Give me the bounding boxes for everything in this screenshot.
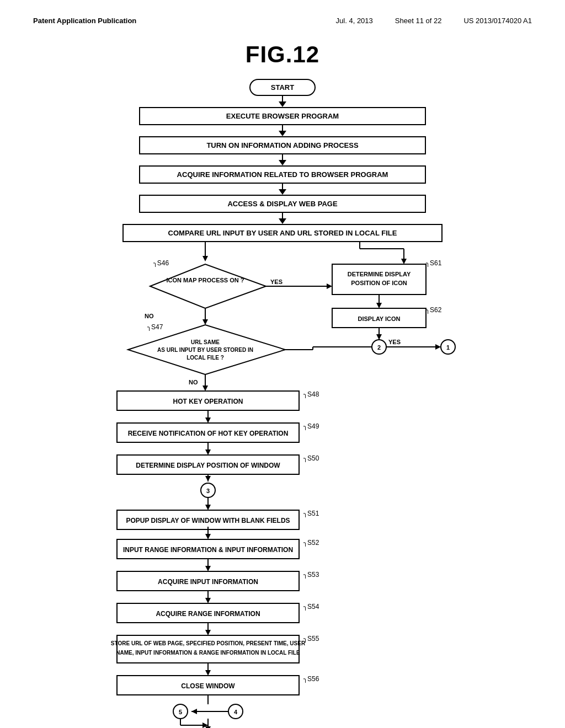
svg-marker-53 <box>205 449 211 455</box>
s43-box: ACQUIRE INFORMATION RELATED TO BROWSER P… <box>139 165 426 184</box>
svg-text:DETERMINE DISPLAY: DETERMINE DISPLAY <box>348 271 411 277</box>
svg-text:╮S56: ╮S56 <box>303 675 319 683</box>
svg-marker-29 <box>435 344 441 350</box>
svg-text:4: 4 <box>234 709 238 715</box>
svg-text:╮S47: ╮S47 <box>147 323 163 331</box>
svg-text:AS URL INPUT BY USER STORED IN: AS URL INPUT BY USER STORED IN <box>157 347 253 353</box>
header-sheet: Sheet 11 of 22 <box>395 17 442 25</box>
svg-text:RECEIVE NOTIFICATION OF HOT KE: RECEIVE NOTIFICATION OF HOT KEY OPERATIO… <box>128 430 289 437</box>
svg-marker-88 <box>205 670 211 676</box>
s43-row: ACQUIRE INFORMATION RELATED TO BROWSER P… <box>139 165 426 184</box>
start-node: START <box>249 79 316 96</box>
header-date: Jul. 4, 2013 <box>336 17 373 25</box>
svg-marker-48 <box>205 417 211 423</box>
svg-marker-72 <box>205 566 211 571</box>
svg-text:3: 3 <box>206 488 210 494</box>
svg-text:╮S50: ╮S50 <box>303 454 319 462</box>
svg-text:╮S62: ╮S62 <box>425 306 442 314</box>
figure-title: FIG.12 <box>33 41 532 68</box>
flowchart: START EXECUTE BROWSER PROGRAM TURN ON IN… <box>33 79 532 728</box>
s45-row: COMPARE URL INPUT BY USER AND URL STORED… <box>122 224 443 242</box>
svg-text:STORE URL OF WEB PAGE, SPECIFI: STORE URL OF WEB PAGE, SPECIFIED POSITIO… <box>111 640 306 646</box>
svg-text:URL SAME: URL SAME <box>191 339 220 345</box>
svg-text:ICON MAP PROCESS ON ?: ICON MAP PROCESS ON ? <box>167 277 244 283</box>
svg-text:╮S51: ╮S51 <box>303 510 319 517</box>
svg-text:ACQUIRE INPUT INFORMATION: ACQUIRE INPUT INFORMATION <box>158 578 258 586</box>
lower-svg: INPUT RANGE INFORMATION & INPUT INFORMAT… <box>95 527 470 728</box>
page: Patent Application Publication Jul. 4, 2… <box>0 0 565 728</box>
svg-marker-67 <box>205 534 211 539</box>
svg-text:DETERMINE DISPLAY POSITION OF : DETERMINE DISPLAY POSITION OF WINDOW <box>136 462 280 469</box>
svg-text:YES: YES <box>388 339 401 345</box>
lower-section: INPUT RANGE INFORMATION & INPUT INFORMAT… <box>95 527 470 728</box>
svg-text:POSITION OF ICON: POSITION OF ICON <box>351 280 407 286</box>
svg-text:╮S49: ╮S49 <box>303 422 319 430</box>
svg-text:╮S52: ╮S52 <box>303 539 319 547</box>
svg-text:1: 1 <box>446 344 450 351</box>
svg-marker-1 <box>202 256 208 261</box>
connector-1 <box>279 96 286 107</box>
svg-marker-24 <box>376 334 382 340</box>
svg-marker-43 <box>202 386 208 391</box>
svg-text:╮S48: ╮S48 <box>303 390 319 398</box>
svg-marker-11 <box>327 283 332 289</box>
svg-rect-83 <box>117 635 299 663</box>
svg-text:DISPLAY ICON: DISPLAY ICON <box>358 315 400 322</box>
s42-box: TURN ON INFORMATION ADDING PROCESS <box>139 136 426 154</box>
svg-marker-5 <box>401 259 407 264</box>
svg-text:INPUT RANGE INFORMATION & INPU: INPUT RANGE INFORMATION & INPUT INFORMAT… <box>123 546 293 554</box>
s41-box: EXECUTE BROWSER PROGRAM <box>139 107 426 125</box>
start-shape: START <box>249 79 316 96</box>
svg-marker-6 <box>150 264 266 308</box>
svg-text:╮S55: ╮S55 <box>303 635 319 643</box>
svg-marker-60 <box>205 476 211 481</box>
header-left: Patent Application Publication <box>33 17 136 25</box>
svg-text:POPUP DISPLAY OF WINDOW WITH B: POPUP DISPLAY OF WINDOW WITH BLANK FIELD… <box>126 517 290 524</box>
header-right: Jul. 4, 2013 Sheet 11 of 22 US 2013/0174… <box>336 17 532 25</box>
svg-marker-96 <box>191 709 197 714</box>
svg-marker-82 <box>205 630 211 635</box>
header: Patent Application Publication Jul. 4, 2… <box>33 17 532 25</box>
svg-text:CLOSE WINDOW: CLOSE WINDOW <box>181 682 235 690</box>
header-patent: US 2013/0174020 A1 <box>463 17 532 25</box>
branch-svg: ICON MAP PROCESS ON ? ╮S46 YES DETERMINE… <box>95 242 470 529</box>
s44-box: ACCESS & DISPLAY WEB PAGE <box>139 195 426 213</box>
svg-text:╮S46: ╮S46 <box>153 259 169 267</box>
s45-box: COMPARE URL INPUT BY USER AND URL STORED… <box>122 224 443 242</box>
svg-text:╮S54: ╮S54 <box>303 603 319 611</box>
svg-text:HOT KEY OPERATION: HOT KEY OPERATION <box>173 398 243 405</box>
svg-text:LOCAL FILE ?: LOCAL FILE ? <box>186 355 224 361</box>
svg-text:5: 5 <box>179 709 182 715</box>
svg-text:╮S61: ╮S61 <box>425 259 442 267</box>
svg-text:YES: YES <box>270 279 282 285</box>
s41-row: EXECUTE BROWSER PROGRAM <box>139 107 426 125</box>
svg-text:NO: NO <box>189 379 198 386</box>
svg-marker-62 <box>205 505 211 510</box>
svg-text:2: 2 <box>377 344 381 351</box>
svg-marker-77 <box>205 598 211 603</box>
svg-text:NO: NO <box>145 313 154 319</box>
svg-marker-17 <box>376 303 382 308</box>
branch-section: ICON MAP PROCESS ON ? ╮S46 YES DETERMINE… <box>95 242 470 531</box>
svg-text:ACQUIRE RANGE INFORMATION: ACQUIRE RANGE INFORMATION <box>156 610 260 618</box>
s42-row: TURN ON INFORMATION ADDING PROCESS <box>139 136 426 154</box>
svg-text:NAME, INPUT INFORMATION & RANG: NAME, INPUT INFORMATION & RANGE INFORMAT… <box>116 650 300 656</box>
s44-row: ACCESS & DISPLAY WEB PAGE <box>139 195 426 213</box>
svg-text:╮S53: ╮S53 <box>303 571 319 579</box>
svg-marker-32 <box>202 319 208 325</box>
